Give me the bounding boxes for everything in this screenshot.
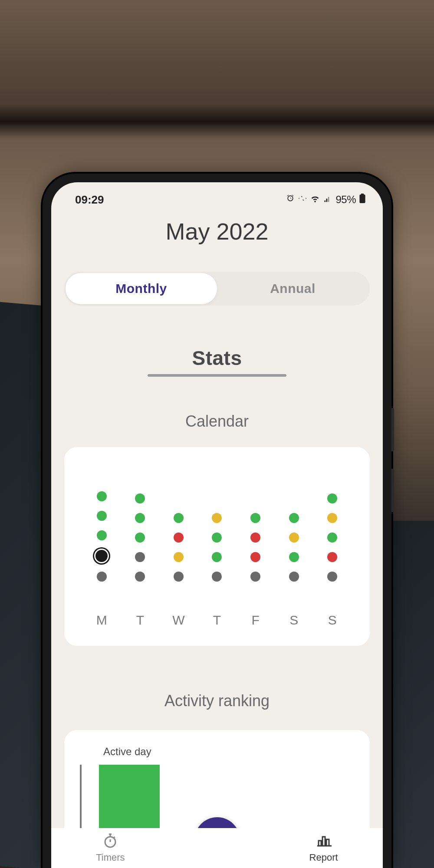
calendar-dot-grey[interactable]	[250, 572, 260, 582]
calendar-dot-red[interactable]	[250, 533, 260, 542]
calendar-column: W	[159, 469, 198, 628]
calendar-column: M	[82, 469, 121, 628]
calendar-day-label: W	[172, 613, 184, 628]
nav-report[interactable]: Report	[264, 828, 383, 868]
nav-timers[interactable]: Timers	[51, 828, 170, 868]
calendar-dot-red[interactable]	[250, 552, 260, 562]
calendar-dot-green[interactable]	[97, 511, 107, 521]
status-bar: 09:29 95%	[51, 182, 383, 207]
calendar-day-label: S	[289, 613, 298, 628]
status-time: 09:29	[75, 193, 104, 207]
phone-frame: 09:29 95% May 2022	[43, 174, 391, 868]
calendar-dot-empty	[289, 493, 299, 503]
calendar-day-label: S	[328, 613, 337, 628]
calendar-dot-grey[interactable]	[289, 572, 299, 582]
calendar-column: F	[236, 469, 275, 628]
tab-monthly[interactable]: Monthly	[66, 273, 217, 304]
calendar-dot-yellow[interactable]	[174, 552, 184, 562]
calendar-dot-yellow[interactable]	[327, 513, 337, 523]
calendar-dot-green[interactable]	[327, 493, 337, 503]
calendar-dot-stack	[95, 469, 108, 582]
calendar-dot-yellow[interactable]	[289, 533, 299, 542]
calendar-column: T	[198, 469, 237, 628]
stats-heading: Stats	[51, 346, 383, 370]
phone-side-button	[391, 469, 394, 512]
calendar-dot-red[interactable]	[327, 552, 337, 562]
calendar-dot-grey[interactable]	[212, 572, 222, 582]
alarm-icon	[286, 194, 295, 205]
calendar-dot-grey[interactable]	[135, 552, 145, 562]
calendar-column: T	[121, 469, 160, 628]
bottom-nav: Timers Report	[51, 828, 383, 868]
calendar-dot-stack	[135, 469, 145, 582]
calendar-dot-green[interactable]	[97, 530, 107, 540]
calendar-dot-green[interactable]	[212, 552, 222, 562]
calendar-card: MTWTFSS	[64, 447, 370, 646]
calendar-heading: Calendar	[51, 412, 383, 431]
calendar-day-label: M	[96, 613, 107, 628]
calendar-dot-green[interactable]	[289, 552, 299, 562]
calendar-dot-green[interactable]	[135, 533, 145, 542]
calendar-dot-grey[interactable]	[97, 572, 107, 582]
calendar-dot-green[interactable]	[327, 533, 337, 542]
calendar-dot-green[interactable]	[289, 513, 299, 523]
tab-annual[interactable]: Annual	[217, 273, 368, 304]
battery-icon	[359, 194, 365, 206]
calendar-dot-stack	[174, 469, 184, 582]
active-day-label: Active day	[103, 746, 352, 758]
nav-spacer	[170, 828, 264, 868]
calendar-dot-empty	[174, 493, 184, 503]
calendar-dot-stack	[289, 469, 299, 582]
nav-timers-label: Timers	[96, 852, 125, 863]
wifi-icon	[310, 194, 320, 206]
period-tabs: Monthly Annual	[64, 272, 370, 306]
calendar-dot-green[interactable]	[135, 513, 145, 523]
phone-screen: 09:29 95% May 2022	[51, 182, 383, 868]
calendar-dot-stack	[327, 469, 337, 582]
svg-rect-1	[361, 194, 364, 195]
calendar-dot-green[interactable]	[174, 513, 184, 523]
nav-report-label: Report	[309, 852, 338, 863]
calendar-dot-grey[interactable]	[135, 572, 145, 582]
chart-icon	[316, 833, 332, 850]
calendar-dot-grey[interactable]	[327, 572, 337, 582]
status-icons: 95%	[286, 194, 365, 206]
calendar-dot-red[interactable]	[174, 533, 184, 542]
calendar-dot-grey[interactable]	[174, 572, 184, 582]
calendar-day-label: T	[213, 613, 221, 628]
stopwatch-icon	[102, 833, 118, 850]
calendar-dot-green[interactable]	[135, 493, 145, 503]
calendar-dot-yellow[interactable]	[212, 513, 222, 523]
vibrate-icon	[298, 194, 307, 205]
calendar-dot-empty	[212, 493, 222, 503]
calendar-dot-stack	[212, 469, 222, 582]
calendar-dot-empty	[250, 493, 260, 503]
phone-side-button	[391, 408, 394, 451]
stats-underline	[148, 374, 286, 377]
calendar-column: S	[275, 469, 313, 628]
calendar-dot-stack	[250, 469, 260, 582]
svg-rect-0	[359, 194, 365, 203]
calendar-grid: MTWTFSS	[82, 469, 352, 628]
calendar-day-label: F	[251, 613, 259, 628]
calendar-dot-green[interactable]	[212, 533, 222, 542]
calendar-dot-green[interactable]	[250, 513, 260, 523]
background-overlay-left	[0, 302, 43, 868]
calendar-day-label: T	[136, 613, 144, 628]
calendar-dot-ring[interactable]	[95, 550, 108, 562]
page-title: May 2022	[51, 207, 383, 248]
activity-ranking-heading: Activity ranking	[51, 692, 383, 710]
battery-percentage: 95%	[335, 194, 356, 206]
calendar-dot-green[interactable]	[97, 491, 107, 501]
calendar-column: S	[313, 469, 352, 628]
signal-icon	[323, 194, 332, 205]
